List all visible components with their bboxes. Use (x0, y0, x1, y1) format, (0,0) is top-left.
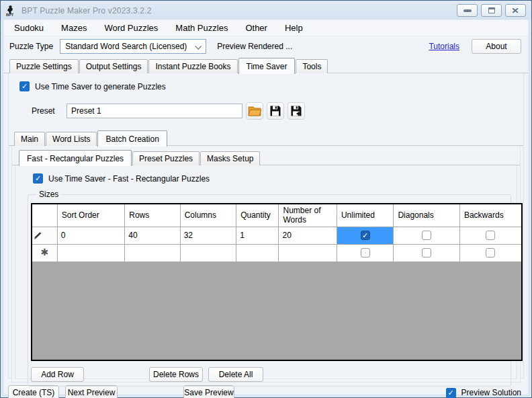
tab-batch-creation[interactable]: Batch Creation (97, 130, 167, 147)
col-backwards[interactable]: Backwards (459, 204, 522, 227)
puzzle-type-label: Puzzle Type (9, 42, 53, 51)
restore-button[interactable] (481, 4, 502, 17)
preset-row: Preset (32, 102, 523, 120)
tab-main[interactable]: Main (14, 132, 45, 146)
tab-puzzle-settings[interactable]: Puzzle Settings (9, 59, 79, 73)
window-content: Sudoku Mazes Word Puzzles Math Puzzles O… (3, 19, 529, 395)
col-diagonals[interactable]: Diagonals (394, 204, 460, 227)
col-columns[interactable]: Columns (180, 204, 236, 227)
minimize-icon (463, 9, 472, 12)
cell-diagonals[interactable] (394, 244, 460, 262)
backwards-checkbox[interactable] (486, 231, 495, 240)
save-preset-as-button[interactable] (287, 102, 305, 120)
svg-text:BPT: BPT (6, 13, 14, 17)
diagonals-checkbox[interactable] (422, 248, 431, 257)
cell-backwards[interactable] (459, 227, 522, 244)
batch-creation-tabpage: Fast - Rectangular Puzzles Preset Puzzle… (11, 146, 521, 383)
cell-backwards[interactable] (459, 244, 522, 262)
fast-rectangular-tabpage: Use Time Saver - Fast - Rectangular Puzz… (15, 165, 517, 379)
unlimited-checkbox[interactable] (361, 231, 370, 240)
col-row-header (32, 204, 57, 227)
cell-diagonals[interactable] (394, 227, 460, 244)
cell-number-of-words[interactable]: 20 (279, 227, 337, 244)
sizes-grid: Sort Order Rows Columns Quantity Number … (31, 203, 523, 361)
cell-columns[interactable] (180, 244, 236, 262)
add-row-button[interactable]: Add Row (31, 367, 84, 382)
grid-new-row: ✱ (32, 244, 522, 262)
puzzle-type-select[interactable]: Standard Word Search (Licensed) (60, 39, 206, 54)
cell-number-of-words[interactable] (279, 244, 337, 262)
menu-mazes[interactable]: Mazes (52, 20, 95, 36)
tab-instant-puzzle-books[interactable]: Instant Puzzle Books (148, 59, 237, 73)
unlimited-checkbox[interactable] (361, 248, 370, 257)
tab-tools[interactable]: Tools (296, 59, 328, 73)
cell-rows[interactable]: 40 (125, 227, 180, 244)
menu-sudoku[interactable]: Sudoku (5, 20, 52, 36)
close-button[interactable]: ✕ (505, 4, 526, 17)
new-row-asterisk-icon: ✱ (40, 247, 48, 257)
tab-fast-rectangular-puzzles[interactable]: Fast - Rectangular Puzzles (19, 150, 132, 166)
menu-other[interactable]: Other (236, 20, 276, 36)
menu-math-puzzles[interactable]: Math Puzzles (167, 20, 236, 36)
about-button[interactable]: About (472, 39, 521, 54)
tutorials-link[interactable]: Tutorials (429, 42, 459, 51)
menu-help[interactable]: Help (276, 20, 312, 36)
cell-rows[interactable] (125, 244, 180, 262)
cell-sort-order[interactable]: 0 (57, 227, 125, 244)
cell-sort-order[interactable] (57, 244, 125, 262)
cell-unlimited-selected[interactable] (337, 227, 393, 244)
next-preview-button[interactable]: Next Preview (65, 385, 118, 398)
open-preset-button[interactable] (246, 102, 263, 120)
tab-masks-setup[interactable]: Masks Setup (200, 151, 260, 165)
bottom-action-row: Create (TS) Next Preview Save Preview Pr… (8, 385, 521, 398)
delete-all-button[interactable]: Delete All (208, 367, 263, 382)
row-header-edit[interactable] (32, 227, 57, 244)
batch-tab-strip: Fast - Rectangular Puzzles Preset Puzzle… (12, 146, 520, 165)
col-sort-order[interactable]: Sort Order (57, 204, 125, 227)
col-rows[interactable]: Rows (125, 204, 180, 227)
chevron-down-icon (195, 43, 202, 50)
preset-input[interactable] (66, 104, 242, 118)
col-quantity[interactable]: Quantity (236, 204, 279, 227)
puzzle-type-row: Puzzle Type Standard Word Search (Licens… (4, 36, 528, 56)
save-as-floppy-plus-icon (290, 105, 302, 117)
use-time-saver-checkbox[interactable] (19, 81, 30, 91)
save-preset-button[interactable] (267, 102, 284, 120)
grid-data-row: 0 40 32 1 20 (32, 227, 522, 244)
preview-solution-label: Preview Solution (461, 388, 521, 397)
cell-quantity[interactable] (236, 244, 279, 262)
menu-word-puzzles[interactable]: Word Puzzles (95, 20, 167, 36)
tab-output-settings[interactable]: Output Settings (79, 59, 148, 73)
diagonals-checkbox[interactable] (422, 231, 431, 240)
folder-open-icon (248, 106, 261, 116)
cell-unlimited[interactable] (337, 244, 393, 262)
sizes-group-label: Sizes (36, 190, 61, 199)
row-header-new[interactable]: ✱ (32, 244, 57, 262)
main-tab-strip: Puzzle Settings Output Settings Instant … (4, 58, 528, 73)
puzzle-type-value: Standard Word Search (Licensed) (65, 42, 187, 51)
sizes-groupbox: Sizes Sort Order Rows Columns (28, 194, 511, 387)
menu-bar: Sudoku Mazes Word Puzzles Math Puzzles O… (4, 20, 528, 36)
minimize-button[interactable] (457, 4, 478, 17)
cell-columns[interactable]: 32 (180, 227, 236, 244)
save-floppy-icon (269, 105, 281, 117)
delete-rows-button[interactable]: Delete Rows (149, 367, 203, 382)
backwards-checkbox[interactable] (486, 248, 495, 257)
close-icon: ✕ (512, 7, 520, 15)
preview-solution-row: Preview Solution (446, 388, 521, 398)
create-ts-button[interactable]: Create (TS) (8, 385, 59, 398)
tab-word-lists[interactable]: Word Lists (46, 132, 97, 146)
use-fast-rect-checkbox[interactable] (33, 173, 43, 184)
tab-preset-puzzles[interactable]: Preset Puzzles (132, 151, 200, 165)
col-unlimited[interactable]: Unlimited (337, 204, 393, 227)
restore-icon (488, 7, 495, 13)
use-fast-rect-label: Use Time Saver - Fast - Rectangular Puzz… (48, 174, 210, 184)
tab-time-saver[interactable]: Time Saver (238, 58, 296, 74)
preview-solution-checkbox[interactable] (446, 388, 456, 398)
col-number-of-words[interactable]: Number of Words (279, 204, 337, 227)
cell-quantity[interactable]: 1 (236, 227, 279, 244)
grid-header-row: Sort Order Rows Columns Quantity Number … (32, 204, 522, 227)
grid-empty-area-row (32, 262, 522, 360)
time-saver-tabpage: Use Time Saver to generate Puzzles Prese… (8, 73, 524, 379)
save-preview-button[interactable]: Save Preview (183, 385, 234, 398)
